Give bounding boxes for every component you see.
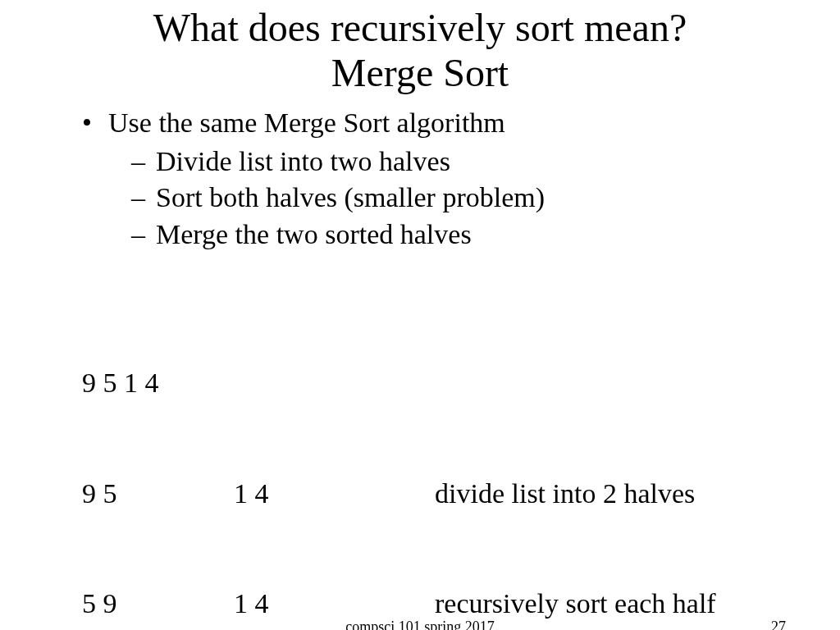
example-cell: divide list into 2 halves [435, 476, 807, 513]
slide-body: Use the same Merge Sort algorithm Divide… [0, 95, 840, 630]
example-block: 9 5 1 4 9 5 1 4 divide list into 2 halve… [82, 291, 807, 630]
footer-course: compsci 101 spring 2017 [345, 619, 495, 630]
title-line-1: What does recursively sort mean? [0, 5, 840, 50]
page-number: 27 [771, 619, 786, 630]
example-row: 9 5 1 4 divide list into 2 halves [82, 476, 807, 513]
example-cell: 1 4 [234, 586, 435, 623]
example-cell: 1 4 [234, 476, 435, 513]
bullet-text: Merge the two sorted halves [156, 219, 472, 249]
bullet-level-2: Divide list into two halves [131, 144, 807, 180]
bullet-level-1: Use the same Merge Sort algorithm [82, 105, 807, 141]
bullet-text: Sort both halves (smaller problem) [156, 182, 545, 212]
title-line-2: Merge Sort [0, 50, 840, 95]
bullet-level-2-group: Divide list into two halves Sort both ha… [82, 142, 807, 254]
example-row: 5 9 1 4 recursively sort each half [82, 586, 807, 623]
slide-title: What does recursively sort mean? Merge S… [0, 0, 840, 95]
example-cell: 9 5 1 4 [82, 365, 234, 402]
example-cell: 5 9 [82, 586, 234, 623]
example-cell: 9 5 [82, 476, 234, 513]
bullet-text: Use the same Merge Sort algorithm [108, 107, 505, 138]
bullet-level-2: Sort both halves (smaller problem) [131, 180, 807, 217]
example-cell: recursively sort each half [435, 586, 807, 623]
example-row: 9 5 1 4 [82, 365, 807, 402]
bullet-text: Divide list into two halves [156, 146, 450, 176]
bullet-level-2: Merge the two sorted halves [131, 217, 807, 253]
slide: What does recursively sort mean? Merge S… [0, 0, 840, 630]
